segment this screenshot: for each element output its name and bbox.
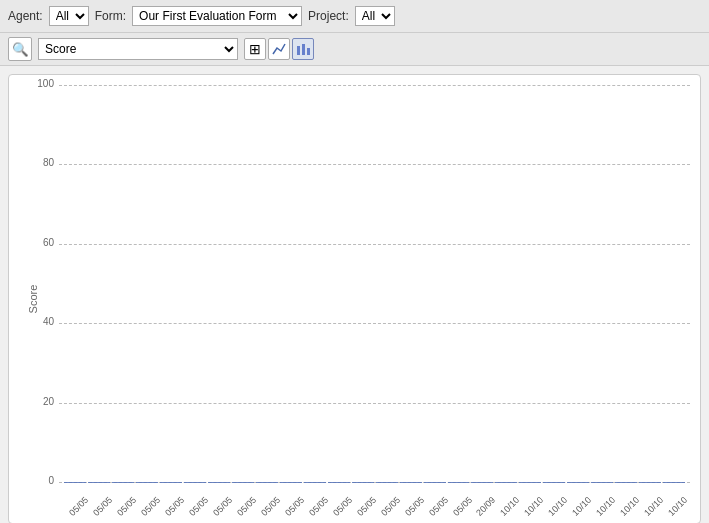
bar-chart-button[interactable] — [292, 38, 314, 60]
x-label: 05/05/2011 — [115, 495, 138, 518]
x-label: 10/10/2011 — [595, 495, 618, 518]
agent-select[interactable]: All — [49, 6, 89, 26]
y-axis-label: Score — [27, 285, 39, 314]
table-icon: ⊞ — [249, 41, 261, 57]
line-chart-icon — [272, 42, 286, 56]
x-label: 05/05/2011 — [187, 495, 210, 518]
project-label: Project: — [308, 9, 349, 23]
bar-chart-icon — [296, 42, 310, 56]
table-view-button[interactable]: ⊞ — [244, 38, 266, 60]
y-tick-label: 100 — [24, 78, 54, 89]
x-label: 10/10/2011 — [642, 495, 665, 518]
svg-rect-1 — [302, 44, 305, 55]
x-label: 10/10/2011 — [547, 495, 570, 518]
x-label: 20/09/2011 — [475, 495, 498, 518]
x-label: 05/05/2011 — [283, 495, 306, 518]
x-label: 05/05/2011 — [139, 495, 162, 518]
y-tick-label: 80 — [24, 157, 54, 168]
x-label: 05/05/2011 — [331, 495, 354, 518]
second-toolbar: 🔍 Score ⊞ — [0, 33, 709, 66]
form-select[interactable]: Our First Evaluation Form — [132, 6, 302, 26]
y-tick-label: 0 — [24, 475, 54, 486]
y-tick-label: 60 — [24, 237, 54, 248]
x-label: 05/05/2011 — [355, 495, 378, 518]
x-label: 05/05/2011 — [451, 495, 474, 518]
x-label: 05/05/2011 — [235, 495, 258, 518]
x-label: 10/10/2011 — [499, 495, 522, 518]
form-label: Form: — [95, 9, 126, 23]
search-icon: 🔍 — [12, 42, 29, 57]
bars-area — [59, 85, 690, 483]
chart-area: Score 100806040200 05/05/201105/05/20110… — [59, 85, 690, 513]
x-label: 05/05/2011 — [91, 495, 114, 518]
x-label: 05/05/2011 — [163, 495, 186, 518]
main-toolbar: Agent: All Form: Our First Evaluation Fo… — [0, 0, 709, 33]
search-button[interactable]: 🔍 — [8, 37, 32, 61]
x-label: 10/10/2011 — [571, 495, 594, 518]
svg-rect-2 — [307, 48, 310, 55]
x-label: 05/05/2011 — [211, 495, 234, 518]
line-chart-button[interactable] — [268, 38, 290, 60]
agent-label: Agent: — [8, 9, 43, 23]
x-label: 10/10/2011 — [666, 495, 689, 518]
x-label: 05/05/2011 — [259, 495, 282, 518]
view-icons: ⊞ — [244, 38, 314, 60]
x-label: 10/10/2011 — [618, 495, 641, 518]
x-label: 05/05/2011 — [427, 495, 450, 518]
metric-select[interactable]: Score — [38, 38, 238, 60]
project-select[interactable]: All — [355, 6, 395, 26]
svg-rect-0 — [297, 46, 300, 55]
x-label: 05/05/2011 — [67, 495, 90, 518]
x-labels: 05/05/201105/05/201105/05/201105/05/2011… — [59, 483, 690, 513]
chart-container: Score 100806040200 05/05/201105/05/20110… — [8, 74, 701, 523]
x-label: 05/05/2011 — [403, 495, 426, 518]
x-label: 10/10/2011 — [523, 495, 546, 518]
y-tick-label: 20 — [24, 396, 54, 407]
y-tick-label: 40 — [24, 316, 54, 327]
x-label: 05/05/2011 — [307, 495, 330, 518]
x-label: 05/05/2011 — [379, 495, 402, 518]
